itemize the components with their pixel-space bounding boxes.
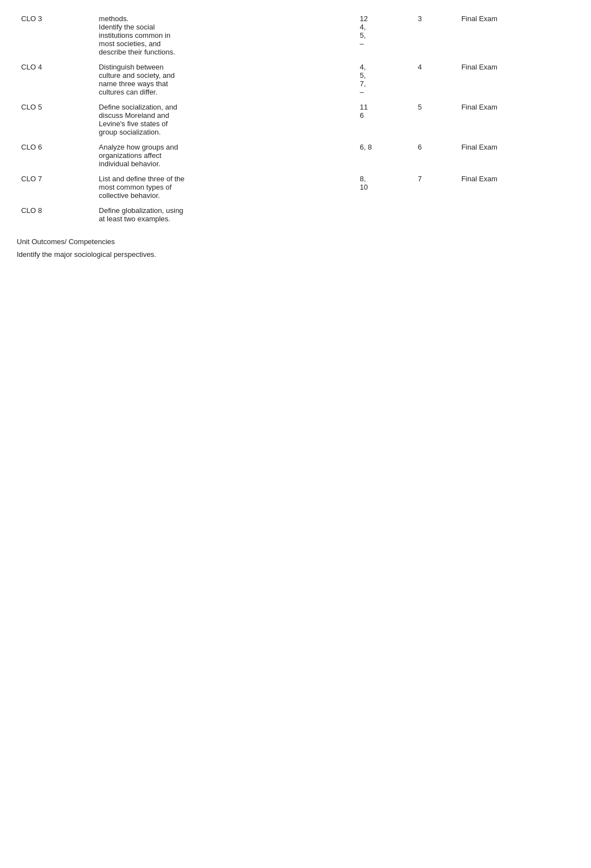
clo-label: CLO 5: [17, 100, 95, 140]
table-row: CLO 3methods.Identify the socialinstitut…: [17, 11, 574, 59]
clo-chapters: 8,10: [356, 171, 413, 203]
clo-assessment: Final Exam: [457, 171, 574, 203]
clo-number: 3: [413, 11, 457, 59]
unit-outcome: Identify the major sociological perspect…: [17, 250, 574, 259]
clo-assessment: Final Exam: [457, 100, 574, 140]
clo-chapters: 6, 8: [356, 140, 413, 171]
clo-assessment: Final Exam: [457, 140, 574, 171]
clo-table: CLO 3methods.Identify the socialinstitut…: [17, 11, 574, 226]
clo-number: 4: [413, 59, 457, 100]
clo-label: CLO 7: [17, 171, 95, 203]
clo-description: Define socialization, anddiscuss Morelan…: [95, 100, 356, 140]
table-row: CLO 7List and define three of themost co…: [17, 171, 574, 203]
clo-chapters: 4,5,7,–: [356, 59, 413, 100]
clo-description: methods.Identify the socialinstitutions …: [95, 11, 356, 59]
table-row: CLO 6Analyze how groups andorganizations…: [17, 140, 574, 171]
table-row: CLO 4Distinguish betweenculture and soci…: [17, 59, 574, 100]
clo-description: Analyze how groups andorganizations affe…: [95, 140, 356, 171]
clo-label: CLO 4: [17, 59, 95, 100]
clo-description: List and define three of themost common …: [95, 171, 356, 203]
clo-chapters: 116: [356, 100, 413, 140]
clo-number: 6: [413, 140, 457, 171]
table-row: CLO 5Define socialization, anddiscuss Mo…: [17, 100, 574, 140]
clo-assessment: Final Exam: [457, 11, 574, 59]
clo-assessment: Final Exam: [457, 59, 574, 100]
table-row: CLO 8Define globalization, usingat least…: [17, 203, 574, 226]
clo-number: 7: [413, 171, 457, 203]
section-title: Unit Outcomes/ Competencies: [17, 237, 574, 246]
clo-number: [413, 203, 457, 226]
clo-number: 5: [413, 100, 457, 140]
clo-label: CLO 6: [17, 140, 95, 171]
clo-label: CLO 8: [17, 203, 95, 226]
clo-chapters: 124,5,–: [356, 11, 413, 59]
clo-description: Define globalization, usingat least two …: [95, 203, 356, 226]
clo-label: CLO 3: [17, 11, 95, 59]
clo-assessment: [457, 203, 574, 226]
clo-description: Distinguish betweenculture and society, …: [95, 59, 356, 100]
clo-chapters: [356, 203, 413, 226]
